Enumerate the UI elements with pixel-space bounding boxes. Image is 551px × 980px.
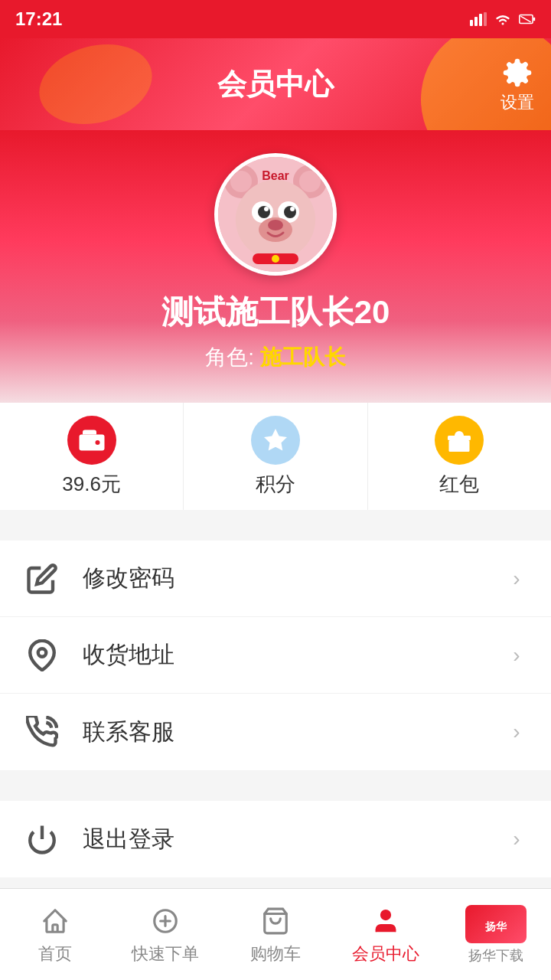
phone-icon — [23, 713, 61, 751]
menu-item-change-password[interactable]: 修改密码 › — [0, 541, 551, 617]
avatar-bear: Bear — [218, 157, 333, 272]
shipping-address-label: 收货地址 — [83, 639, 505, 671]
svg-point-15 — [258, 206, 270, 218]
tab-quick-order-label: 快速下单 — [132, 942, 199, 965]
stat-points[interactable]: 积分 — [184, 403, 367, 510]
page-header: 会员中心 设置 — [0, 38, 551, 130]
tab-home-label: 首页 — [38, 942, 72, 965]
customer-service-label: 联系客服 — [83, 717, 505, 748]
chevron-right-icon: › — [505, 567, 528, 590]
quick-order-icon — [148, 904, 182, 938]
chevron-right-icon-2: › — [505, 644, 528, 667]
status-bar: 17:21 — [0, 0, 551, 38]
wallet-value: 39.6元 — [62, 471, 121, 498]
wallet-icon — [78, 426, 106, 454]
svg-rect-2 — [479, 14, 482, 26]
yanghua-logo-svg: 扬华 — [473, 910, 519, 938]
chevron-right-icon-4: › — [505, 828, 528, 851]
svg-text:Bear: Bear — [262, 169, 289, 182]
gift-icon — [445, 426, 473, 454]
svg-point-16 — [284, 206, 296, 218]
change-password-label: 修改密码 — [83, 563, 505, 594]
menu-item-shipping-address[interactable]: 收货地址 › — [0, 617, 551, 694]
svg-point-28 — [38, 648, 47, 657]
separator-1 — [0, 510, 551, 525]
avatar: Bear — [214, 153, 337, 276]
logout-section: 退出登录 › — [0, 801, 551, 877]
svg-point-11 — [299, 171, 321, 192]
role-prefix: 角色: — [205, 345, 260, 369]
tab-yanghua-label: 扬华下载 — [468, 946, 523, 965]
tab-bar: 首页 快速下单 购物车 会员 — [0, 888, 551, 980]
page-title: 会员中心 — [217, 65, 334, 104]
svg-point-10 — [230, 171, 252, 192]
signal-icon — [470, 12, 487, 26]
chevron-right-icon-3: › — [505, 720, 528, 743]
yanghua-logo: 扬华 — [465, 905, 527, 943]
gift-icon-circle — [435, 416, 484, 465]
svg-point-24 — [95, 440, 99, 445]
tab-yanghua[interactable]: 扬华 扬华下载 — [441, 889, 551, 980]
username: 测试施工队长20 — [161, 291, 390, 334]
tab-cart[interactable]: 购物车 — [220, 889, 331, 980]
star-icon — [262, 426, 289, 454]
tab-cart-label: 购物车 — [250, 942, 301, 965]
svg-line-6 — [520, 16, 530, 22]
power-icon — [23, 820, 61, 858]
redpacket-value: 红包 — [439, 471, 479, 498]
points-value: 积分 — [256, 471, 295, 498]
stat-wallet[interactable]: 39.6元 — [0, 403, 184, 510]
tab-home[interactable]: 首页 — [0, 889, 110, 980]
stat-redpacket[interactable]: 红包 — [368, 403, 551, 510]
time-display: 17:21 — [15, 8, 62, 30]
logout-label: 退出登录 — [83, 824, 505, 855]
tab-quick-order[interactable]: 快速下单 — [110, 889, 220, 980]
bear-avatar-svg: Bear — [218, 157, 333, 272]
svg-text:扬华: 扬华 — [484, 920, 507, 933]
menu-list: 修改密码 › 收货地址 › 联系客服 › — [0, 541, 551, 770]
svg-point-18 — [290, 207, 295, 211]
tab-member-label: 会员中心 — [352, 942, 419, 965]
menu-item-customer-service[interactable]: 联系客服 › — [0, 694, 551, 770]
tab-member-center[interactable]: 会员中心 — [331, 889, 441, 980]
settings-label: 设置 — [500, 91, 534, 114]
svg-point-22 — [272, 255, 279, 263]
svg-rect-27 — [449, 440, 470, 452]
member-icon — [369, 904, 403, 938]
svg-rect-3 — [484, 12, 487, 26]
edit-icon — [23, 560, 61, 598]
role-line: 角色: 施工队长 — [205, 343, 346, 372]
role-value: 施工队长 — [260, 345, 346, 369]
gear-icon — [499, 54, 536, 91]
svg-rect-1 — [474, 17, 478, 26]
stats-row: 39.6元 积分 红包 — [0, 403, 551, 510]
wifi-icon — [494, 12, 511, 26]
status-icons — [470, 12, 536, 26]
cart-icon — [259, 904, 292, 938]
svg-point-34 — [381, 910, 391, 920]
profile-section: Bear 测试施工队长20 角色: 施工队长 — [0, 130, 551, 403]
svg-point-17 — [264, 207, 269, 211]
star-icon-circle — [251, 416, 300, 465]
battery-icon — [519, 12, 536, 26]
svg-rect-5 — [533, 18, 535, 21]
gear-svg — [502, 57, 533, 88]
settings-button[interactable]: 设置 — [499, 54, 536, 114]
home-icon — [38, 904, 72, 938]
separator-2 — [0, 770, 551, 786]
svg-rect-26 — [448, 436, 471, 440]
menu-item-logout[interactable]: 退出登录 › — [0, 801, 551, 877]
svg-marker-25 — [264, 429, 287, 451]
wallet-icon-circle — [67, 416, 116, 465]
location-icon — [23, 636, 61, 675]
svg-point-20 — [268, 220, 283, 230]
svg-rect-0 — [470, 20, 473, 26]
